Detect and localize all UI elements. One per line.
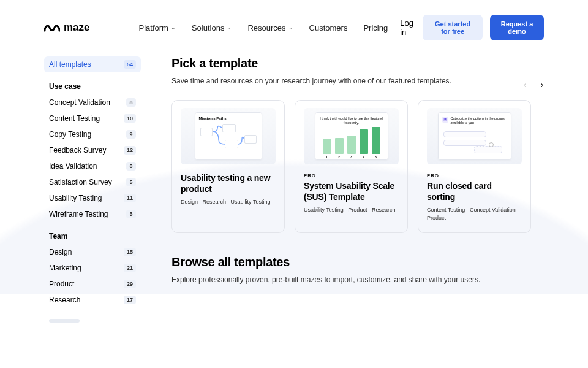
sidebar-item-content-testing[interactable]: Content Testing10 [44, 110, 141, 126]
template-card[interactable]: ▣Categorize the options in the groups av… [418, 100, 531, 233]
count-badge: 8 [126, 162, 136, 171]
sidebar-item-label: Satisfaction Survey [49, 178, 112, 186]
chevron-down-icon: ⌄ [171, 25, 176, 31]
sidebar-item-design[interactable]: Design15 [44, 244, 141, 260]
sidebar-item-research[interactable]: Research17 [44, 292, 141, 308]
sidebar-item-label: Research [49, 296, 80, 304]
carousel-prev: ‹ [519, 79, 530, 90]
count-badge: 17 [124, 296, 136, 304]
sidebar-item-satisfaction-survey[interactable]: Satisfaction Survey5 [44, 174, 141, 190]
sidebar-item-label: Content Testing [49, 114, 100, 123]
sidebar-item-feedback-survey[interactable]: Feedback Survey12 [44, 142, 141, 158]
section-subtitle: Save time and resources on your research… [172, 77, 544, 85]
logo-icon [44, 23, 60, 33]
nav-item-resources[interactable]: Resources⌄ [247, 23, 293, 33]
logo-text: maze [64, 21, 90, 34]
sidebar-item-all-templates[interactable]: All templates54 [44, 56, 141, 72]
card-thumbnail: Mission's Paths [181, 108, 276, 164]
browse-title: Browse all templates [172, 255, 544, 269]
nav-item-solutions[interactable]: Solutions⌄ [192, 23, 232, 33]
count-badge: 5 [126, 178, 136, 186]
pro-badge: PRO [427, 173, 522, 178]
card-meta: Run closed card sorting [427, 181, 522, 202]
carousel-nav: ‹ › [519, 79, 548, 90]
count-badge: 10 [124, 114, 136, 123]
count-badge: 21 [124, 264, 136, 272]
site-header: maze Platform⌄Solutions⌄Resources⌄Custom… [0, 0, 588, 49]
login-link[interactable]: Log in [400, 18, 415, 37]
sidebar-item-usability-testing[interactable]: Usability Testing11 [44, 190, 141, 206]
count-badge: 9 [126, 130, 136, 139]
chevron-down-icon: ⌄ [227, 25, 232, 31]
template-card[interactable]: Mission's PathsUsability testing a new p… [172, 100, 285, 233]
get-started-button[interactable]: Get started for free [423, 15, 483, 40]
sidebar-item-label: Marketing [49, 264, 81, 272]
request-demo-button[interactable]: Request a demo [490, 15, 544, 40]
count-badge: 54 [124, 60, 136, 69]
sidebar-item-label: Idea Validation [49, 162, 97, 171]
nav-item-pricing[interactable]: Pricing [363, 23, 388, 33]
template-card[interactable]: I think that I would like to use this [f… [295, 100, 408, 233]
count-badge: 8 [126, 98, 136, 107]
nav-item-platform[interactable]: Platform⌄ [139, 23, 176, 33]
card-meta: System Usability Scale (SUS) Template [304, 181, 399, 202]
browse-subtitle: Explore professionally proven, pre-built… [172, 275, 544, 284]
sidebar-item-label: Product [49, 280, 74, 288]
sidebar-item-label: Copy Testing [49, 130, 91, 139]
card-meta: Usability testing a new product [181, 173, 276, 194]
count-badge: 12 [124, 146, 136, 155]
section-title: Pick a template [172, 56, 544, 71]
count-badge: 5 [126, 210, 136, 218]
logo[interactable]: maze [44, 21, 90, 34]
scrollbar[interactable] [49, 319, 80, 323]
filter-sidebar: All templates54Use caseConcept Validatio… [44, 56, 141, 323]
count-badge: 29 [124, 280, 136, 288]
sidebar-item-concept-validation[interactable]: Concept Validation8 [44, 94, 141, 110]
sidebar-item-label: All templates [49, 60, 91, 69]
sidebar-item-idea-validation[interactable]: Idea Validation8 [44, 158, 141, 174]
sidebar-item-wireframe-testing[interactable]: Wireframe Testing5 [44, 206, 141, 222]
card-thumbnail: I think that I would like to use this [f… [304, 108, 399, 164]
count-badge: 15 [124, 248, 136, 256]
sidebar-item-copy-testing[interactable]: Copy Testing9 [44, 126, 141, 142]
card-thumbnail: ▣Categorize the options in the groups av… [427, 108, 522, 164]
sidebar-item-marketing[interactable]: Marketing21 [44, 260, 141, 276]
count-badge: 11 [124, 194, 136, 202]
template-cards: Mission's PathsUsability testing a new p… [172, 100, 544, 233]
chevron-down-icon: ⌄ [288, 25, 293, 31]
sidebar-item-product[interactable]: Product29 [44, 276, 141, 292]
sidebar-item-label: Feedback Survey [49, 146, 106, 155]
sidebar-item-label: Concept Validation [49, 98, 110, 107]
sidebar-heading: Team [44, 222, 141, 244]
pro-badge: PRO [304, 173, 399, 178]
carousel-next[interactable]: › [537, 79, 548, 90]
sidebar-item-label: Usability Testing [49, 194, 102, 202]
nav-item-customers[interactable]: Customers [309, 23, 348, 33]
main-nav: Platform⌄Solutions⌄Resources⌄CustomersPr… [139, 23, 388, 33]
sidebar-item-label: Design [49, 248, 72, 256]
sidebar-item-label: Wireframe Testing [49, 210, 108, 218]
sidebar-heading: Use case [44, 72, 141, 94]
